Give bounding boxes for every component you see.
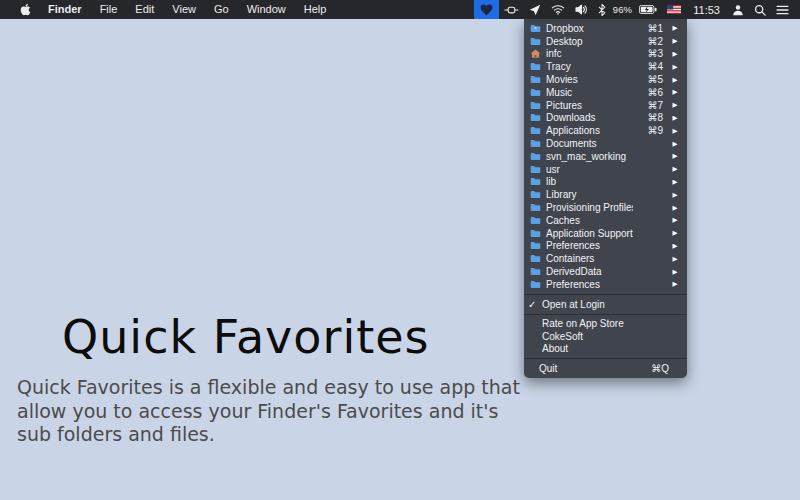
folder-icon	[530, 165, 543, 174]
menu-item-shortcut: ⌘7	[633, 100, 663, 111]
menubar-menu-file[interactable]: File	[91, 3, 127, 15]
menu-item-applications[interactable]: Applications⌘9▶	[524, 124, 687, 137]
menu-item-label: Library	[543, 189, 633, 200]
menu-item-shortcut: ⌘5	[633, 74, 663, 85]
folder-icon	[530, 203, 543, 212]
menu-bar-status: 96% 11:53	[474, 0, 800, 19]
menubar-menu-window[interactable]: Window	[238, 3, 295, 15]
volume-icon[interactable]	[570, 0, 593, 19]
menu-item-label: Application Support	[543, 228, 633, 239]
menu-item-preferences[interactable]: Preferences▶	[524, 278, 687, 291]
action-menu-items: Rate on App StoreCokeSoftAbout	[524, 318, 687, 355]
menu-bar: FinderFileEditViewGoWindowHelp 96% 11:53	[0, 0, 800, 19]
location-icon[interactable]	[524, 0, 546, 19]
menu-separator	[524, 294, 687, 295]
submenu-arrow-icon: ▶	[663, 24, 687, 32]
quick-favorites-menu: Dropbox⌘1▶Desktop⌘2▶infc⌘3▶Tracy⌘4▶Movie…	[524, 19, 687, 378]
menu-item-application-support[interactable]: Application Support▶	[524, 227, 687, 240]
menu-item-label: About	[539, 343, 687, 354]
menu-item-containers[interactable]: Containers▶	[524, 252, 687, 265]
plug-icon[interactable]	[499, 0, 524, 19]
menu-item-label: Preferences	[543, 279, 633, 290]
menubar-menu-edit[interactable]: Edit	[126, 3, 163, 15]
menu-item-label: Preferences	[543, 240, 633, 251]
menu-item-library[interactable]: Library▶	[524, 188, 687, 201]
menu-item-tracy[interactable]: Tracy⌘4▶	[524, 60, 687, 73]
menu-item-cokesoft[interactable]: CokeSoft	[524, 330, 687, 342]
notification-center-icon[interactable]	[771, 0, 794, 19]
menubar-menu-view[interactable]: View	[163, 3, 205, 15]
menu-item-dropbox[interactable]: Dropbox⌘1▶	[524, 22, 687, 35]
battery-percent: 96%	[611, 0, 635, 19]
submenu-arrow-icon: ▶	[663, 140, 687, 148]
menu-item-provisioning-profiles[interactable]: Provisioning Profiles▶	[524, 201, 687, 214]
menu-item-shortcut: ⌘4	[633, 61, 663, 72]
folder-icon	[530, 254, 543, 263]
menu-item-movies[interactable]: Movies⌘5▶	[524, 73, 687, 86]
menu-item-caches[interactable]: Caches▶	[524, 214, 687, 227]
menu-separator	[524, 358, 687, 359]
menu-item-preferences[interactable]: Preferences▶	[524, 240, 687, 253]
submenu-arrow-icon: ▶	[663, 191, 687, 199]
search-icon[interactable]	[749, 0, 771, 19]
folder-icon	[530, 62, 543, 71]
menu-item-pictures[interactable]: Pictures⌘7▶	[524, 99, 687, 112]
apple-menu[interactable]	[12, 3, 39, 16]
submenu-arrow-icon: ▶	[663, 280, 687, 288]
menu-item-about[interactable]: About	[524, 343, 687, 355]
submenu-arrow-icon: ▶	[663, 152, 687, 160]
submenu-arrow-icon: ▶	[663, 216, 687, 224]
folder-icon	[530, 190, 543, 199]
submenu-arrow-icon: ▶	[663, 63, 687, 71]
dropbox-folder-icon	[530, 24, 543, 33]
submenu-arrow-icon: ▶	[663, 178, 687, 186]
menubar-menu-go[interactable]: Go	[205, 3, 238, 15]
menu-item-music[interactable]: Music⌘6▶	[524, 86, 687, 99]
folder-icon	[530, 37, 543, 46]
menu-item-label: DerivedData	[543, 266, 633, 277]
menu-item-svn-mac-working[interactable]: svn_mac_working▶	[524, 150, 687, 163]
home-icon	[530, 49, 543, 58]
menu-item-downloads[interactable]: Downloads⌘8▶	[524, 112, 687, 125]
menu-item-quit[interactable]: Quit ⌘Q	[524, 362, 687, 375]
menu-item-shortcut: ⌘1	[633, 23, 663, 34]
menu-item-shortcut: ⌘8	[633, 112, 663, 123]
menu-item-label: lib	[543, 176, 633, 187]
app-description: Quick Favorites is a flexible and easy t…	[17, 376, 522, 447]
menu-item-shortcut: ⌘6	[633, 87, 663, 98]
menu-item-label: Music	[543, 87, 633, 98]
user-icon[interactable]	[727, 0, 749, 19]
submenu-arrow-icon: ▶	[663, 88, 687, 96]
menu-item-label: Provisioning Profiles	[543, 202, 633, 213]
menu-item-shortcut: ⌘2	[633, 36, 663, 47]
menu-item-desktop[interactable]: Desktop⌘2▶	[524, 35, 687, 48]
menubar-menu-finder[interactable]: Finder	[39, 3, 91, 15]
submenu-arrow-icon: ▶	[663, 242, 687, 250]
menu-item-label: CokeSoft	[539, 331, 687, 342]
menu-item-label: Tracy	[543, 61, 633, 72]
clock[interactable]: 11:53	[686, 0, 727, 19]
menu-item-label: Caches	[543, 215, 633, 226]
menubar-menu-help[interactable]: Help	[295, 3, 336, 15]
quick-favorites-menubar-icon[interactable]	[474, 0, 499, 19]
menu-item-lib[interactable]: lib▶	[524, 176, 687, 189]
wifi-icon[interactable]	[546, 0, 570, 19]
menu-item-infc[interactable]: infc⌘3▶	[524, 48, 687, 61]
menu-item-usr[interactable]: usr▶	[524, 163, 687, 176]
menu-item-shortcut: ⌘Q	[651, 363, 669, 374]
keyboard-flag-icon[interactable]	[662, 0, 686, 19]
folder-icon	[530, 280, 543, 289]
submenu-arrow-icon: ▶	[663, 50, 687, 58]
menu-item-documents[interactable]: Documents▶	[524, 137, 687, 150]
submenu-arrow-icon: ▶	[663, 268, 687, 276]
menu-bar-left: FinderFileEditViewGoWindowHelp	[0, 0, 335, 19]
menu-item-rate-on-app-store[interactable]: Rate on App Store	[524, 318, 687, 330]
bluetooth-icon[interactable]	[593, 0, 611, 19]
menu-item-label: Applications	[543, 125, 633, 136]
battery-icon[interactable]	[634, 0, 662, 19]
menu-separator	[524, 314, 687, 315]
menu-item-open-at-login[interactable]: ✓ Open at Login	[524, 298, 687, 311]
menu-item-deriveddata[interactable]: DerivedData▶	[524, 265, 687, 278]
submenu-arrow-icon: ▶	[663, 229, 687, 237]
folder-icon	[530, 267, 543, 276]
